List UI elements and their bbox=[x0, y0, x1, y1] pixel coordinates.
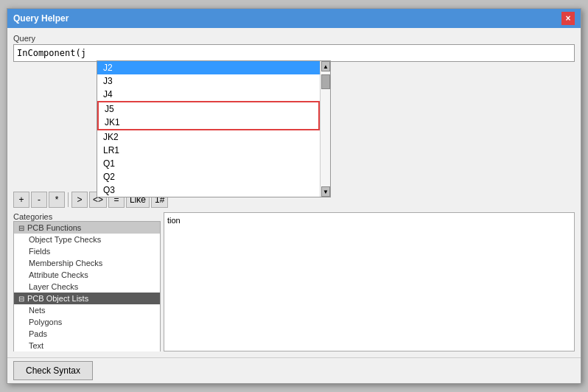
dropdown-highlighted-group: J5 JK1 bbox=[97, 101, 320, 130]
tree-object-type-checks[interactable]: Object Type Checks bbox=[14, 234, 160, 245]
add-button[interactable]: + bbox=[13, 192, 29, 208]
dropdown-item-j3[interactable]: J3 bbox=[97, 74, 320, 88]
description-area: tion bbox=[164, 212, 575, 351]
desc-label: tion bbox=[167, 216, 181, 225]
tree-item-label: Pads bbox=[29, 329, 47, 338]
tree-item-label: Layer Checks bbox=[29, 282, 78, 291]
tree-item-label: Attribute Checks bbox=[29, 270, 88, 279]
tree-item-label: Fields bbox=[29, 247, 50, 256]
dropdown-item-j2[interactable]: J2 bbox=[97, 61, 320, 74]
dropdown-item-q2[interactable]: Q2 bbox=[97, 170, 320, 183]
scroll-up-btn[interactable]: ▲ bbox=[321, 61, 330, 71]
categories-tree: ⊟ PCB Functions Object Type Checks Field… bbox=[13, 221, 161, 351]
query-label: Query bbox=[13, 34, 575, 43]
main-content: Categories ⊟ PCB Functions Object Type C… bbox=[13, 212, 575, 351]
query-helper-dialog: Query Helper × Query J2 J3 J4 J5 JK1 bbox=[7, 8, 581, 384]
dropdown-item-j5[interactable]: J5 bbox=[99, 102, 318, 116]
separator-1 bbox=[68, 192, 69, 207]
dropdown-item-q3[interactable]: Q3 bbox=[97, 183, 320, 197]
dropdown-scrollbar[interactable]: ▲ ▼ bbox=[320, 61, 330, 197]
minus-button[interactable]: - bbox=[31, 192, 47, 208]
tree-item-label: Object Type Checks bbox=[29, 235, 101, 244]
tree-item-label: Polygons bbox=[29, 318, 62, 326]
footer: Check Syntax bbox=[7, 357, 581, 383]
dropdown-item-lr1[interactable]: LR1 bbox=[97, 144, 320, 157]
scroll-thumb bbox=[321, 74, 330, 89]
check-syntax-button[interactable]: Check Syntax bbox=[13, 361, 93, 380]
multiply-button[interactable]: * bbox=[49, 192, 65, 208]
dialog-body: Query J2 J3 J4 J5 JK1 JK2 LR1 bbox=[7, 28, 581, 357]
tree-item-label: Nets bbox=[29, 306, 46, 315]
expand-icon-pcb-functions: ⊟ bbox=[18, 224, 24, 232]
close-button[interactable]: × bbox=[561, 12, 575, 25]
gt-button[interactable]: > bbox=[71, 192, 88, 208]
dropdown-item-jk1[interactable]: JK1 bbox=[99, 116, 318, 129]
tree-pads[interactable]: Pads bbox=[14, 328, 160, 340]
dialog-title: Query Helper bbox=[13, 13, 69, 24]
tree-item-label: PCB Object Lists bbox=[27, 294, 88, 303]
left-panel-container: Categories ⊟ PCB Functions Object Type C… bbox=[13, 212, 161, 351]
dropdown-item-q1[interactable]: Q1 bbox=[97, 157, 320, 170]
tree-fields[interactable]: Fields bbox=[14, 245, 160, 257]
dropdown-item-j4[interactable]: J4 bbox=[97, 88, 320, 101]
tree-attribute-checks[interactable]: Attribute Checks bbox=[14, 269, 160, 281]
tree-item-label: PCB Functions bbox=[27, 223, 81, 232]
dropdown-items: J2 J3 J4 J5 JK1 JK2 LR1 Q1 Q2 Q3 bbox=[97, 61, 320, 197]
tree-membership-checks[interactable]: Membership Checks bbox=[14, 257, 160, 269]
tree-layer-checks[interactable]: Layer Checks bbox=[14, 281, 160, 293]
dropdown-item-jk2[interactable]: JK2 bbox=[97, 130, 320, 144]
dropdown-list[interactable]: J2 J3 J4 J5 JK1 JK2 LR1 Q1 Q2 Q3 bbox=[97, 60, 331, 197]
tree-text[interactable]: Text bbox=[14, 340, 160, 351]
tree-nets[interactable]: Nets bbox=[14, 304, 160, 316]
expand-icon-pcb-object-lists: ⊟ bbox=[18, 295, 24, 303]
query-section: Query J2 J3 J4 J5 JK1 JK2 LR1 bbox=[13, 34, 575, 62]
tree-item-label: Membership Checks bbox=[29, 259, 102, 267]
scroll-down-btn[interactable]: ▼ bbox=[321, 186, 330, 197]
tree-pcb-functions[interactable]: ⊟ PCB Functions bbox=[14, 222, 160, 234]
right-panel: tion bbox=[164, 212, 575, 351]
query-input-row: J2 J3 J4 J5 JK1 JK2 LR1 Q1 Q2 Q3 bbox=[13, 44, 575, 62]
tree-item-label: Text bbox=[29, 341, 43, 350]
title-bar: Query Helper × bbox=[7, 9, 581, 28]
tree-pcb-object-lists[interactable]: ⊟ PCB Object Lists bbox=[14, 293, 160, 304]
tree-polygons[interactable]: Polygons bbox=[14, 316, 160, 328]
categories-label: Categories bbox=[13, 212, 161, 221]
query-input[interactable] bbox=[13, 44, 575, 62]
